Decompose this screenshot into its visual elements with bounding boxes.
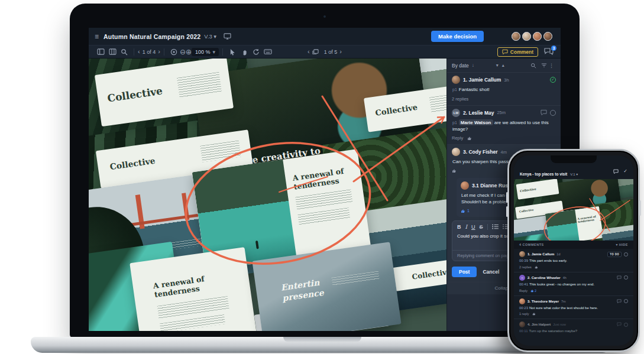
zoom-out-icon[interactable]: ⊖ bbox=[180, 48, 186, 56]
reply-link[interactable]: Reply bbox=[452, 135, 463, 141]
toolbar: ‹ 1 of 4 › ⊖ ⊕ 100 %▾ ‹ 1 of 5 › bbox=[89, 46, 561, 59]
reply-bubble-icon[interactable] bbox=[617, 275, 622, 280]
resolved-check-icon[interactable]: ✓ bbox=[550, 77, 556, 83]
underline-icon[interactable]: U bbox=[471, 224, 475, 230]
comment-item-2[interactable]: LM 2. Leslie May 25m p1Marie Watson are … bbox=[447, 106, 561, 145]
next-slide-icon[interactable]: › bbox=[339, 48, 342, 55]
resolve-circle-icon[interactable] bbox=[624, 275, 628, 280]
like-count: 1 bbox=[467, 209, 470, 213]
power-button bbox=[639, 200, 641, 216]
phone-document-title: Kenya - top places to visit bbox=[520, 172, 567, 176]
phone-approve-icon[interactable]: ✓ bbox=[623, 168, 627, 174]
resolve-circle-icon[interactable] bbox=[624, 299, 628, 303]
replies-link[interactable]: 1 reply bbox=[519, 312, 529, 316]
zoom-in-icon[interactable]: ⊕ bbox=[186, 48, 192, 56]
post-button[interactable]: Post bbox=[452, 267, 477, 277]
comment-text: 00:11Turn up the saturation maybe? bbox=[519, 329, 628, 334]
avatar bbox=[519, 321, 525, 327]
hand-tool-icon[interactable] bbox=[240, 47, 249, 57]
cursor-tool-icon[interactable] bbox=[228, 47, 237, 57]
phone-design-canvas[interactable]: I believe creativity to unite us Collect… bbox=[514, 179, 633, 241]
slides-icon bbox=[311, 47, 321, 57]
make-decision-button[interactable]: Make decision bbox=[431, 31, 484, 42]
search-icon[interactable] bbox=[119, 47, 129, 57]
webcam-dot bbox=[323, 15, 326, 18]
todo-badge[interactable]: TO DO bbox=[607, 252, 622, 257]
resolve-circle-icon[interactable] bbox=[624, 323, 628, 327]
stage: ≡ Autumn Natural Campaign 2022 V.3 ▾ Mak… bbox=[0, 0, 644, 354]
thumbs-up-icon[interactable] bbox=[530, 289, 534, 293]
strikethrough-icon[interactable]: S bbox=[480, 224, 483, 230]
phone-comment-icon[interactable] bbox=[613, 165, 619, 176]
italic-icon[interactable]: I bbox=[465, 224, 468, 230]
replies-link[interactable]: 2 replies bbox=[519, 265, 532, 269]
rotate-icon[interactable] bbox=[251, 47, 261, 57]
comment-text: 00:41This looks great - no changes on my… bbox=[519, 282, 628, 287]
page-nav-label: 1 of 4 bbox=[143, 49, 156, 55]
phone-comments-list: 1. Jamie Callum 1d TO DO 00:39This part … bbox=[514, 249, 633, 346]
cancel-button[interactable]: Cancel bbox=[483, 269, 499, 275]
phone-comment-item-3[interactable]: 3. Theodore Meyer 7m 00:23Not sure what … bbox=[514, 296, 633, 320]
more-options-icon[interactable]: ⋮ bbox=[549, 63, 554, 69]
resolve-circle-icon[interactable] bbox=[550, 110, 556, 116]
comments-panel-toggle-icon[interactable]: 3 bbox=[544, 48, 555, 56]
comment-text: 00:23Not sure what color the text should… bbox=[519, 306, 628, 311]
sort-direction-icon[interactable]: ↓ bbox=[472, 63, 474, 68]
comment-time: 4m bbox=[501, 150, 507, 155]
volume-button bbox=[506, 192, 508, 203]
reply-bubble-icon[interactable] bbox=[541, 109, 547, 116]
version-selector[interactable]: V.3 ▾ bbox=[204, 33, 216, 40]
thumbs-up-icon[interactable] bbox=[467, 136, 472, 141]
reply-link[interactable]: Reply bbox=[519, 289, 528, 293]
hamburger-menu-icon[interactable]: ≡ bbox=[95, 33, 99, 40]
app-window: ≡ Autumn Natural Campaign 2022 V.3 ▾ Mak… bbox=[89, 28, 561, 331]
zoom-fit-icon[interactable] bbox=[169, 47, 179, 57]
avatar-emoji: ☺ bbox=[519, 275, 525, 281]
expand-all-icon[interactable]: ▴ bbox=[502, 63, 504, 68]
thumbs-up-icon[interactable] bbox=[535, 265, 538, 269]
avatar bbox=[533, 32, 542, 41]
filter-icon[interactable] bbox=[541, 63, 547, 68]
slide-pagination: ‹ 1 of 5 › bbox=[308, 47, 342, 57]
avatar bbox=[519, 298, 525, 304]
thumbs-up-icon[interactable] bbox=[461, 209, 465, 213]
comment-text: 00:39This part ends too early. bbox=[519, 259, 628, 264]
bullet-list-icon[interactable] bbox=[492, 224, 499, 230]
comment-text: p1Marie Watson are we allowed to use thi… bbox=[452, 120, 556, 133]
zoom-level-select[interactable]: 100 %▾ bbox=[192, 48, 219, 56]
phone-version-selector[interactable]: V.1 ▾ bbox=[570, 172, 578, 176]
search-comments-icon[interactable] bbox=[530, 63, 536, 69]
collapse-all-icon[interactable]: ▾ bbox=[496, 63, 499, 68]
laptop-device: ≡ Autumn Natural Campaign 2022 V.3 ▾ Mak… bbox=[70, 4, 580, 338]
bold-icon[interactable]: B bbox=[457, 224, 461, 230]
thumbs-up-icon[interactable] bbox=[452, 168, 457, 173]
phone-comment-item-2[interactable]: ☺ 2. Caroline Wheeler 4h 00:41This looks… bbox=[514, 272, 633, 296]
grid-view-icon[interactable] bbox=[108, 47, 117, 57]
document-title: Autumn Natural Campaign 2022 bbox=[103, 33, 200, 40]
phone-hide-comments-link[interactable]: ▾HIDE bbox=[616, 243, 628, 246]
keyboard-shortcuts-icon[interactable] bbox=[263, 47, 273, 57]
next-page-icon[interactable]: › bbox=[158, 48, 160, 55]
reply-bubble-icon[interactable] bbox=[617, 322, 622, 327]
design-canvas[interactable]: I believe creativity to unite us I belie… bbox=[89, 59, 446, 331]
replies-link[interactable]: 2 replies bbox=[452, 96, 468, 102]
comment-author: 3. Theodore Meyer bbox=[528, 300, 559, 303]
panel-left-icon[interactable] bbox=[96, 47, 105, 57]
avatar bbox=[452, 148, 460, 156]
avatar bbox=[452, 76, 460, 84]
avatar-initials: LM bbox=[452, 109, 460, 117]
mention-chip[interactable]: Marie Watson bbox=[459, 119, 493, 125]
phone-device: Kenya - top places to visit V.1 ▾ ✓ I be… bbox=[507, 149, 640, 352]
display-icon[interactable] bbox=[222, 32, 232, 41]
comment-item-1[interactable]: 1. Jamie Callum 3h ✓ p1Fantastic shot! 2… bbox=[447, 73, 561, 106]
comment-button[interactable]: Comment bbox=[497, 47, 538, 57]
resolve-circle-icon[interactable] bbox=[624, 252, 628, 256]
prev-page-icon[interactable]: ‹ bbox=[138, 48, 140, 55]
sort-label[interactable]: By date bbox=[452, 63, 469, 69]
prev-slide-icon[interactable]: ‹ bbox=[308, 48, 310, 55]
phone-comment-item-1[interactable]: 1. Jamie Callum 1d TO DO 00:39This part … bbox=[514, 249, 633, 272]
reply-bubble-icon[interactable] bbox=[617, 299, 622, 304]
like-count: 2 bbox=[535, 289, 536, 293]
phone-comment-item-4[interactable]: 4. Jim Halpert Just now 00:11Turn up the… bbox=[514, 319, 633, 337]
thumbs-up-icon[interactable] bbox=[532, 312, 536, 316]
